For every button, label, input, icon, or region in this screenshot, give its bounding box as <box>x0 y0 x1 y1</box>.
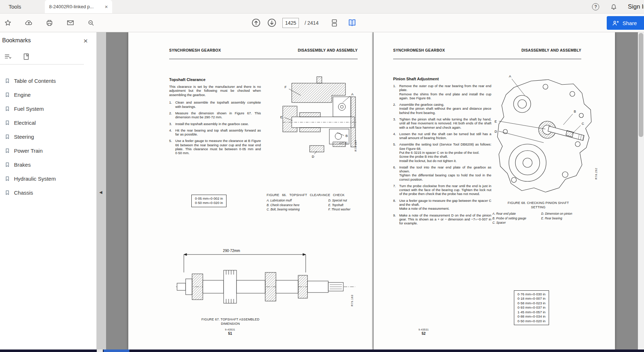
page-number: 52 <box>395 332 452 336</box>
bookmarks-panel: Bookmarks × Table of Contents Engine Fue… <box>0 32 97 349</box>
figure-callout: C <box>582 122 584 125</box>
figure-callout: E <box>280 115 282 119</box>
bookmark-icon <box>5 106 10 111</box>
email-icon[interactable] <box>65 18 75 28</box>
figure-callout: B <box>345 134 348 138</box>
section-intro: This clearance is set by the manufacture… <box>169 85 261 97</box>
step-text: Use a feeler gauge to measure the gap be… <box>399 199 491 211</box>
bookmark-icon <box>5 176 10 181</box>
acrobat-toolbar: / 2414 Share <box>0 14 644 32</box>
vertical-scrollbar[interactable] <box>638 32 644 349</box>
share-button-label: Share <box>622 20 637 26</box>
tab-tools[interactable]: Tools <box>0 0 30 13</box>
legend-column: A. Rear end plate B. Probe of setting ga… <box>492 211 541 225</box>
step-number: 5. <box>393 142 399 162</box>
main-area: Bookmarks × Table of Contents Engine Fue… <box>0 32 644 349</box>
previous-page-button[interactable] <box>251 18 261 28</box>
step-item: 8.Use a feeler gauge to measure the gap … <box>393 199 491 211</box>
figure-callout: F <box>285 85 287 89</box>
two-page-view-icon[interactable] <box>347 18 357 28</box>
step-number: 6. <box>393 165 399 181</box>
figure-66-caption: FIGURE 66. TOPSHAFT CLEARANCE CHECK <box>267 193 361 197</box>
bookmark-item-hydraulic-system[interactable]: Hydraulic System <box>0 172 96 186</box>
legend-item: A. Lubrication muff <box>267 198 328 203</box>
legend-item: D. Special nut <box>328 198 350 203</box>
tab-close-icon[interactable]: × <box>105 4 108 9</box>
conversion-line: 0·93 mm=0·037 in <box>517 305 545 310</box>
bookmark-item-fuel-system[interactable]: Fuel System <box>0 102 96 116</box>
step-number: 2. <box>393 103 399 115</box>
taskbar-edge-accent <box>104 349 129 352</box>
figure-68-caption-line1: FIGURE 68. CHECKING PINION SHAFT <box>492 201 585 205</box>
conversion-line: 0·18 mm=0·007 in <box>517 296 545 301</box>
tab-document[interactable]: 8-24002R0-linked p... × <box>45 0 112 13</box>
step-number: 4. <box>169 128 175 137</box>
figure-67-block: 290·72mm <box>174 247 358 313</box>
notifications-bell-icon[interactable] <box>609 2 619 12</box>
bookmark-item-table-of-contents[interactable]: Table of Contents <box>0 74 96 88</box>
step-text: Loosen the nut until the shaft can be tu… <box>399 132 491 140</box>
step-text: Clean and assemble the topshaft assembly… <box>175 100 261 109</box>
view-mode-group <box>329 18 357 28</box>
step-text: Assemble the setting tool (Service Tool … <box>399 142 491 162</box>
legend-column: A. Lubrication muff B. Check clearance h… <box>267 198 328 212</box>
page-number-input[interactable] <box>282 18 299 28</box>
sign-in-link[interactable]: Sign In <box>628 3 644 10</box>
figure-67-caption-line2: DIMENSION <box>175 322 286 326</box>
zoom-icon[interactable] <box>86 18 96 28</box>
bookmark-icon <box>5 148 10 153</box>
bookmark-icon <box>5 162 10 167</box>
text-column: Topshaft Clearance This clearance is set… <box>169 77 261 158</box>
next-page-button[interactable] <box>267 18 277 28</box>
page-header: SYNCHROMESH GEARBOX DISASSEMBLY AND ASSE… <box>393 48 581 52</box>
step-item: 1.Clean and assemble the topshaft assemb… <box>169 100 261 109</box>
help-icon[interactable]: ? <box>592 3 599 10</box>
share-button[interactable]: Share <box>607 16 644 30</box>
step-text: Assemble the gearbox casing. Install the… <box>399 103 491 115</box>
conversion-line: 0·50 mm=0·020 in <box>517 319 545 323</box>
figure-66-legend: A. Lubrication muff B. Check clearance h… <box>267 198 361 212</box>
collapse-panel-handle[interactable]: ◀ <box>99 190 102 195</box>
close-panel-icon[interactable]: × <box>84 37 88 44</box>
collapse-glyph: ◀ <box>99 190 102 194</box>
bookmark-label: Fuel System <box>14 106 44 112</box>
cloud-upload-icon[interactable] <box>24 18 34 28</box>
photo-reference: R79.163 <box>350 295 354 306</box>
conversion-line: 0·76 mm=0·030 in <box>517 292 545 296</box>
legend-item: A. Rear end plate <box>492 211 541 216</box>
step-item: 2.Measure the dimension shown in Figure … <box>169 111 261 119</box>
step-item: 1.Remove the outer cup of the rear beari… <box>393 84 491 100</box>
step-item: 6.Install the tool into the rear end pla… <box>393 165 491 181</box>
figure-dimension-label: 290·72mm <box>223 249 240 253</box>
figure67-drawing: 290·72mm <box>174 247 358 312</box>
conversion-line: 1·45 mm=0·057 in <box>517 310 545 314</box>
page-footer: 9-43531 52 <box>395 328 452 336</box>
bookmark-icon <box>5 92 10 97</box>
scrollbar-thumb[interactable] <box>639 33 643 137</box>
footer-code: 9-43531 <box>395 328 452 331</box>
favorites-star-icon[interactable] <box>3 18 13 28</box>
figure-66-block: F A E B C D FIGURE 66. TOPSHAFT CLEARANC… <box>267 74 361 212</box>
bookmark-item-power-train[interactable]: Power Train <box>0 144 96 158</box>
figure-67-caption-line1: FIGURE 67. TOPSHAFT ASSEMBLED <box>175 317 286 322</box>
bookmark-options-icon[interactable] <box>3 52 13 62</box>
bookmark-item-engine[interactable]: Engine <box>0 88 96 102</box>
legend-item: C. Spacer <box>492 220 541 225</box>
figure66-drawing: F A E B C D <box>267 74 360 186</box>
print-icon[interactable] <box>44 18 54 28</box>
legend-item: F. Thrust washer <box>328 207 350 212</box>
dimension-conversion-box: 0·05 mm=0·002 in 0·50 mm=0·020 in <box>191 195 226 207</box>
bookmark-item-steering[interactable]: Steering <box>0 130 96 144</box>
bookmark-item-electrical[interactable]: Electrical <box>0 116 96 130</box>
figure-68-caption-line2: SETTING <box>492 205 585 209</box>
scroll-view-icon[interactable] <box>329 18 339 28</box>
step-number: 8. <box>393 199 399 211</box>
legend-column: D. Special nut E. Topshaft F. Thrust was… <box>328 198 350 212</box>
current-bookmark-icon[interactable] <box>22 52 32 62</box>
page-total-label: / 2414 <box>305 20 319 26</box>
bookmark-item-chassis[interactable]: Chassis <box>0 186 96 200</box>
legend-item: C. Bolt, bearing retaining <box>267 207 328 212</box>
bookmark-label: Engine <box>14 92 31 98</box>
document-viewport: ◀ SYNCHROMESH GEARBOX DISASSEMBLY AND AS… <box>97 32 644 349</box>
bookmark-item-brakes[interactable]: Brakes <box>0 158 96 172</box>
